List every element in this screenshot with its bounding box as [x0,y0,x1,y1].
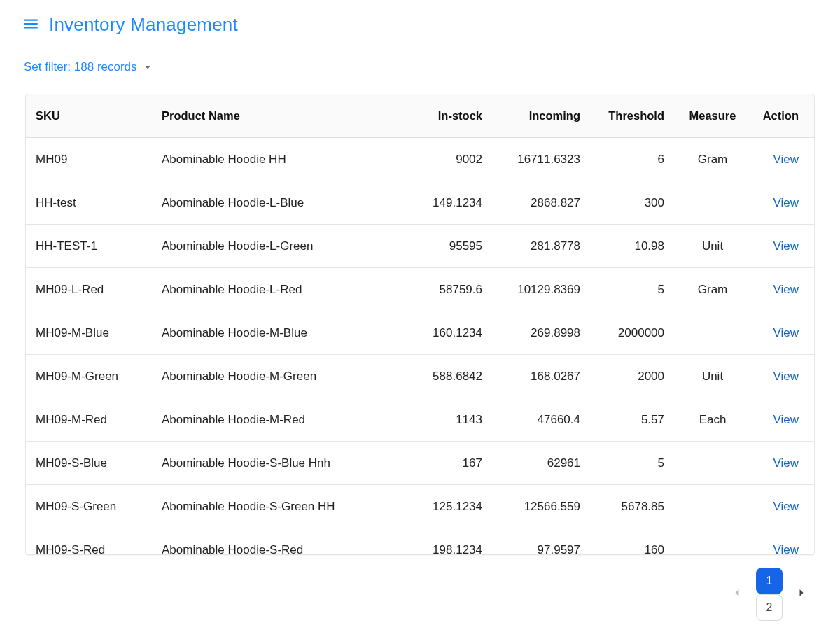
filter-label: Set filter: 188 records [24,60,137,74]
table-row: MH09-S-RedAbominable Hoodie-S-Red198.123… [26,528,814,554]
cell-sku: HH-test [26,196,152,210]
cell-action: View [751,153,814,167]
cell-sku: MH09-S-Red [26,543,152,554]
col-header-sku[interactable]: SKU [26,109,152,122]
col-header-threshold[interactable]: Threshold [590,109,674,122]
cell-action: View [751,370,814,384]
cell-in-stock: 95595 [401,239,492,253]
cell-threshold: 5 [590,283,674,297]
table-body: MH09Abominable Hoodie HH900216711.63236G… [26,138,814,554]
view-link[interactable]: View [773,283,799,296]
cell-in-stock: 588.6842 [401,370,492,384]
page-prev[interactable] [724,581,750,608]
cell-action: View [751,326,814,340]
view-link[interactable]: View [773,543,799,554]
cell-threshold: 10.98 [590,239,674,253]
cell-threshold: 5.57 [590,413,674,427]
cell-name: Abominable Hoodie-S-Green HH [152,500,401,514]
col-header-incoming[interactable]: Incoming [492,109,590,122]
table-row: MH09-M-RedAbominable Hoodie-M-Red1143476… [26,398,814,442]
cell-incoming: 10129.8369 [492,283,590,297]
pagination: 12 [0,568,815,621]
cell-measure: Gram [674,153,751,167]
filter-dropdown[interactable]: Set filter: 188 records [0,50,840,77]
cell-incoming: 62961 [492,456,590,470]
cell-sku: MH09-S-Green [26,500,152,514]
cell-measure: Each [674,413,751,427]
cell-action: View [751,413,814,427]
col-header-measure[interactable]: Measure [674,109,751,122]
cell-name: Abominable Hoodie-S-Red [152,543,401,554]
cell-name: Abominable Hoodie-M-Red [152,413,401,427]
view-link[interactable]: View [773,500,799,513]
cell-sku: MH09-M-Blue [26,326,152,340]
table-row: MH09-L-RedAbominable Hoodie-L-Red58759.6… [26,268,814,312]
cell-name: Abominable Hoodie-M-Blue [152,326,401,340]
cell-action: View [751,500,814,514]
col-header-in-stock[interactable]: In-stock [401,109,492,122]
cell-incoming: 269.8998 [492,326,590,340]
cell-sku: MH09 [26,153,152,167]
chevron-left-icon [730,586,744,603]
cell-threshold: 160 [590,543,674,554]
cell-action: View [751,196,814,210]
table-row: MH09-M-GreenAbominable Hoodie-M-Green588… [26,355,814,398]
view-link[interactable]: View [773,370,799,383]
chevron-right-icon [794,586,808,603]
cell-sku: MH09-M-Green [26,370,152,384]
cell-threshold: 6 [590,153,674,167]
cell-in-stock: 198.1234 [401,543,492,554]
menu-button[interactable] [18,13,43,38]
cell-in-stock: 149.1234 [401,196,492,210]
cell-in-stock: 9002 [401,153,492,167]
chevron-down-icon [141,61,154,74]
inventory-table: SKU Product Name In-stock Incoming Thres… [25,94,815,555]
view-link[interactable]: View [773,413,799,426]
page-1[interactable]: 1 [756,568,783,594]
view-link[interactable]: View [773,326,799,340]
cell-action: View [751,456,814,470]
cell-incoming: 12566.559 [492,500,590,514]
cell-name: Abominable Hoodie-L-Green [152,239,401,253]
col-header-action: Action [751,109,814,122]
cell-name: Abominable Hoodie-M-Green [152,370,401,384]
cell-threshold: 2000 [590,370,674,384]
cell-name: Abominable Hoodie-L-Red [152,283,401,297]
cell-name: Abominable Hoodie HH [152,153,401,167]
cell-measure: Gram [674,283,751,297]
page-2[interactable]: 2 [756,594,783,621]
cell-name: Abominable Hoodie-S-Blue Hnh [152,456,401,470]
cell-action: View [751,543,814,554]
view-link[interactable]: View [773,456,799,470]
cell-sku: MH09-L-Red [26,283,152,297]
table-header: SKU Product Name In-stock Incoming Thres… [26,94,814,138]
cell-incoming: 16711.6323 [492,153,590,167]
cell-sku: MH09-S-Blue [26,456,152,470]
cell-in-stock: 160.1234 [401,326,492,340]
cell-name: Abominable Hoodie-L-Blue [152,196,401,210]
cell-in-stock: 167 [401,456,492,470]
cell-sku: MH09-M-Red [26,413,152,427]
col-header-name[interactable]: Product Name [152,109,401,122]
cell-incoming: 97.9597 [492,543,590,554]
cell-in-stock: 1143 [401,413,492,427]
page-next[interactable] [788,581,815,608]
view-link[interactable]: View [773,239,799,253]
hamburger-icon [22,15,40,35]
table-row: MH09-M-BlueAbominable Hoodie-M-Blue160.1… [26,312,814,355]
topbar: Inventory Management [0,0,840,50]
table-row: MH09-S-BlueAbominable Hoodie-S-Blue Hnh1… [26,442,814,485]
view-link[interactable]: View [773,153,799,166]
cell-incoming: 168.0267 [492,370,590,384]
view-link[interactable]: View [773,196,799,209]
cell-incoming: 281.8778 [492,239,590,253]
cell-in-stock: 58759.6 [401,283,492,297]
cell-threshold: 5678.85 [590,500,674,514]
table-row: MH09-S-GreenAbominable Hoodie-S-Green HH… [26,485,814,528]
table-row: MH09Abominable Hoodie HH900216711.63236G… [26,138,814,181]
table-row: HH-TEST-1Abominable Hoodie-L-Green955952… [26,225,814,268]
cell-threshold: 300 [590,196,674,210]
cell-threshold: 5 [590,456,674,470]
cell-measure: Unit [674,239,751,253]
cell-measure: Unit [674,370,751,384]
